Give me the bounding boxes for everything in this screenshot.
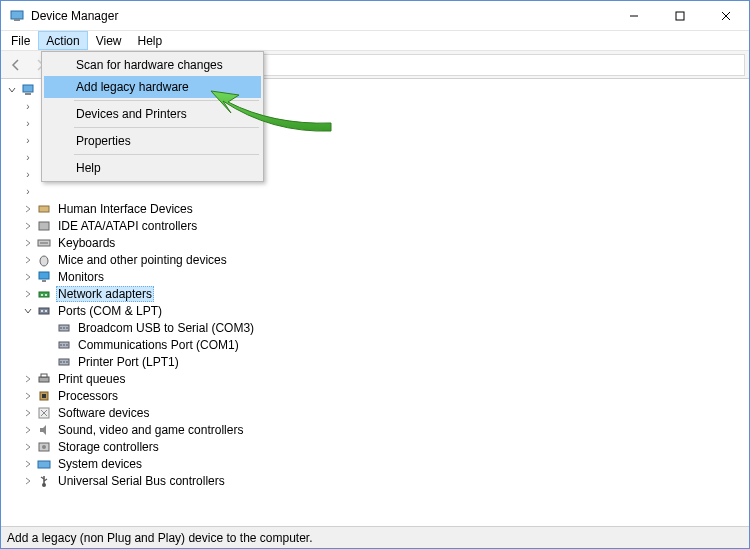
svg-rect-40	[38, 461, 50, 468]
tree-node[interactable]: Storage controllers	[3, 438, 749, 455]
expander-icon[interactable]	[21, 440, 35, 454]
tree-label: Communications Port (COM1)	[76, 338, 241, 352]
expander-icon[interactable]	[21, 253, 35, 267]
maximize-button[interactable]	[657, 1, 703, 30]
menu-devices-and-printers[interactable]: Devices and Printers	[44, 103, 261, 125]
menu-bar: File Action View Help	[1, 31, 749, 51]
menu-item-label: Properties	[76, 134, 131, 148]
tree-node[interactable]: Printer Port (LPT1)	[3, 353, 749, 370]
menu-item-label: Help	[76, 161, 101, 175]
menu-add-legacy-hardware[interactable]: Add legacy hardware	[44, 76, 261, 98]
network-icon	[36, 286, 52, 302]
tree-label: IDE ATA/ATAPI controllers	[56, 219, 199, 233]
svg-point-17	[45, 294, 47, 296]
expander-icon[interactable]	[21, 474, 35, 488]
cpu-icon	[36, 388, 52, 404]
tree-label	[56, 185, 63, 199]
svg-rect-18	[39, 308, 49, 314]
svg-rect-15	[39, 292, 49, 297]
svg-rect-9	[39, 222, 49, 230]
menu-view[interactable]: View	[88, 31, 130, 50]
svg-rect-34	[41, 374, 47, 377]
svg-point-30	[60, 361, 62, 363]
svg-rect-1	[14, 19, 20, 21]
expander-icon[interactable]: ›	[21, 185, 35, 199]
tree-node[interactable]: Software devices	[3, 404, 749, 421]
expander-icon[interactable]: ›	[21, 168, 35, 182]
svg-point-32	[66, 361, 68, 363]
tree-node[interactable]: Communications Port (COM1)	[3, 336, 749, 353]
tree-node[interactable]: Keyboards	[3, 234, 749, 251]
keyboard-icon	[36, 235, 52, 251]
expander-icon[interactable]: ›	[21, 151, 35, 165]
computer-icon	[20, 82, 36, 98]
svg-point-22	[60, 327, 62, 329]
ide-icon	[36, 218, 52, 234]
expander-icon[interactable]	[21, 457, 35, 471]
expander-icon[interactable]: ›	[21, 100, 35, 114]
back-button[interactable]	[5, 54, 27, 76]
tree-label: Ports (COM & LPT)	[56, 304, 164, 318]
expander-icon[interactable]	[21, 423, 35, 437]
tree-node[interactable]: IDE ATA/ATAPI controllers	[3, 217, 749, 234]
expander-icon[interactable]: ›	[21, 134, 35, 148]
menu-help[interactable]: Help	[130, 31, 171, 50]
tree-node[interactable]: Mice and other pointing devices	[3, 251, 749, 268]
tree-node[interactable]: Human Interface Devices	[3, 200, 749, 217]
tree-node[interactable]: Print queues	[3, 370, 749, 387]
tree-node[interactable]: Ports (COM & LPT)	[3, 302, 749, 319]
expander-icon[interactable]	[21, 304, 35, 318]
menu-item-label: Devices and Printers	[76, 107, 187, 121]
expander-icon[interactable]	[21, 406, 35, 420]
tree-node[interactable]: Sound, video and game controllers	[3, 421, 749, 438]
svg-rect-14	[42, 280, 46, 282]
close-button[interactable]	[703, 1, 749, 30]
menu-help[interactable]: Help	[44, 157, 261, 179]
expander-icon[interactable]	[21, 219, 35, 233]
tree-node-hidden[interactable]: ›	[3, 183, 749, 200]
expander-icon[interactable]	[21, 202, 35, 216]
expander-icon[interactable]: ›	[21, 117, 35, 131]
menu-properties[interactable]: Properties	[44, 130, 261, 152]
tree-label: Processors	[56, 389, 120, 403]
tree-node[interactable]: Universal Serial Bus controllers	[3, 472, 749, 489]
tree-label: Mice and other pointing devices	[56, 253, 229, 267]
expander-icon[interactable]	[5, 83, 19, 97]
tree-node[interactable]: Monitors	[3, 268, 749, 285]
tree-label: System devices	[56, 457, 144, 471]
serial-icon	[56, 354, 72, 370]
sound-icon	[36, 422, 52, 438]
serial-icon	[56, 337, 72, 353]
tree-node[interactable]: System devices	[3, 455, 749, 472]
svg-point-16	[41, 294, 43, 296]
svg-rect-33	[39, 377, 49, 382]
minimize-button[interactable]	[611, 1, 657, 30]
menu-action[interactable]: Action	[38, 31, 87, 50]
svg-point-39	[42, 445, 46, 449]
svg-rect-0	[11, 11, 23, 19]
tree-node[interactable]: Network adapters	[3, 285, 749, 302]
tree-label: Human Interface Devices	[56, 202, 195, 216]
expander-icon[interactable]	[21, 372, 35, 386]
tree-label: Universal Serial Bus controllers	[56, 474, 227, 488]
system-icon	[36, 456, 52, 472]
tree-node[interactable]: Broadcom USB to Serial (COM3)	[3, 319, 749, 336]
expander-icon	[41, 355, 55, 369]
menu-file[interactable]: File	[3, 31, 38, 50]
svg-point-31	[63, 361, 65, 363]
tree-node[interactable]: Processors	[3, 387, 749, 404]
dropdown-separator	[74, 100, 259, 101]
storage-icon	[36, 439, 52, 455]
expander-icon[interactable]	[21, 236, 35, 250]
menu-scan-hardware[interactable]: Scan for hardware changes	[44, 54, 261, 76]
expander-icon[interactable]	[21, 270, 35, 284]
svg-rect-8	[39, 206, 49, 212]
svg-rect-36	[42, 394, 46, 398]
software-icon	[36, 405, 52, 421]
printer-icon	[36, 371, 52, 387]
window-title: Device Manager	[31, 9, 611, 23]
tree-label: Keyboards	[56, 236, 117, 250]
action-menu-dropdown: Scan for hardware changes Add legacy har…	[41, 51, 264, 182]
expander-icon[interactable]	[21, 287, 35, 301]
expander-icon[interactable]	[21, 389, 35, 403]
